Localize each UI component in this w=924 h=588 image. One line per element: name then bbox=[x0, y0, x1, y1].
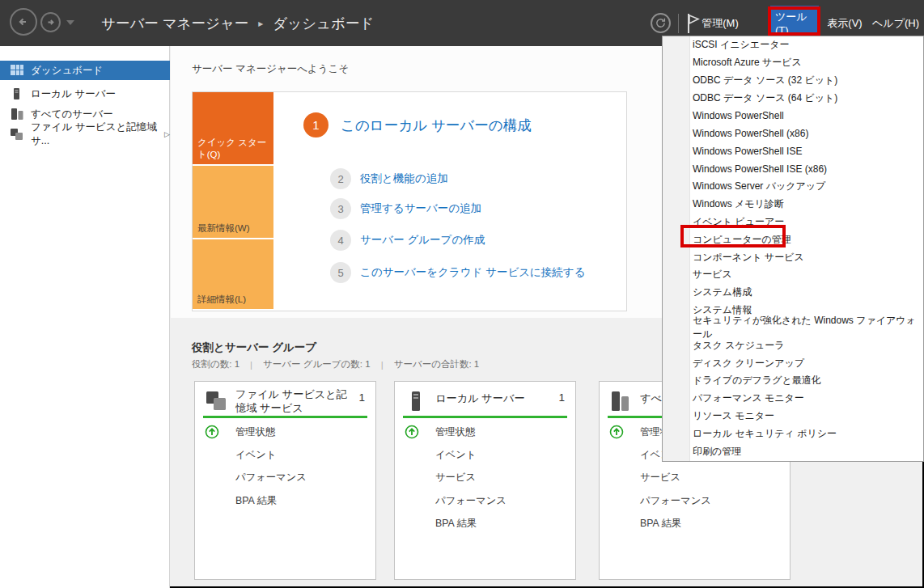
forward-button[interactable] bbox=[40, 12, 61, 32]
step-link-label: サーバー グループの作成 bbox=[360, 233, 485, 247]
menu-item-task-scheduler[interactable]: タスク スケジューラ bbox=[663, 336, 923, 354]
menu-item-system-configuration[interactable]: システム構成 bbox=[663, 284, 923, 302]
card-title[interactable]: ローカル サーバー bbox=[435, 391, 553, 405]
card-row-performance[interactable]: パフォーマンス bbox=[600, 489, 790, 512]
row-label: 管理状態 bbox=[235, 425, 275, 439]
menu-item-print-management[interactable]: 印刷の管理 bbox=[663, 442, 923, 460]
sidebar-item-file-storage-services[interactable]: ファイル サービスと記憶域サ... ▷ bbox=[0, 125, 170, 144]
menu-item-services[interactable]: サービス bbox=[663, 266, 923, 284]
card-row-services[interactable]: サービス bbox=[395, 466, 575, 489]
tab-label: 詳細情報(L) bbox=[197, 294, 246, 306]
menu-item-windows-firewall-advanced[interactable]: セキュリティが強化された Windows ファイアウォール bbox=[663, 319, 923, 337]
refresh-button[interactable] bbox=[651, 13, 671, 33]
step-link-label: このサーバーをクラウド サービスに接続する bbox=[360, 265, 586, 280]
step-number-badge: 1 bbox=[303, 112, 328, 137]
step-connect-cloud-services[interactable]: 5 このサーバーをクラウド サービスに接続する bbox=[330, 262, 586, 283]
server-manager-window: サーバー マネージャー ▸ ダッシュボード 管理(M) ツール(T) 表示(V)… bbox=[0, 0, 924, 588]
step-add-servers[interactable]: 3 管理するサーバーの追加 bbox=[330, 198, 481, 219]
menu-item-iscsi-initiator[interactable]: iSCSI イニシエーター bbox=[663, 36, 923, 54]
card-row-services[interactable]: サービス bbox=[600, 466, 790, 489]
menu-item-powershell[interactable]: Windows PowerShell bbox=[663, 107, 923, 125]
card-status-underline bbox=[203, 416, 367, 418]
tab-whats-new[interactable]: 最新情報(W) bbox=[193, 166, 273, 239]
stat-roles-count: 役割の数: 1 bbox=[192, 358, 239, 370]
step-create-server-group[interactable]: 4 サーバー グループの作成 bbox=[330, 230, 485, 251]
submenu-arrow-icon[interactable]: ▷ bbox=[164, 130, 170, 138]
menubar-view-label: 表示(V) bbox=[827, 16, 862, 31]
quick-start-panel: クイック スタート(Q) 最新情報(W) 詳細情報(L) 1 このローカル サー… bbox=[192, 91, 627, 311]
sidebar-item-label: ファイル サービスと記憶域サ... bbox=[31, 121, 162, 148]
sidebar-item-local-server[interactable]: ローカル サーバー bbox=[0, 84, 170, 104]
manageability-up-icon bbox=[405, 425, 419, 439]
step-link-label: 役割と機能の追加 bbox=[360, 171, 448, 186]
row-label: パフォーマンス bbox=[640, 494, 711, 508]
row-label: イベント bbox=[435, 448, 476, 462]
menu-item-resource-monitor[interactable]: リソース モニター bbox=[663, 408, 923, 425]
back-button[interactable] bbox=[10, 8, 37, 36]
sidebar-item-dashboard[interactable]: ダッシュボード bbox=[0, 61, 170, 80]
tab-label: クイック スタート(Q) bbox=[197, 137, 273, 161]
sidebar-item-label: すべてのサーバー bbox=[31, 108, 113, 121]
menu-item-disk-cleanup[interactable]: ディスク クリーンアップ bbox=[663, 354, 923, 372]
card-row-bpa-results[interactable]: BPA 結果 bbox=[195, 489, 375, 512]
menu-item-event-viewer[interactable]: イベント ビューアー bbox=[663, 213, 923, 231]
card-row-performance[interactable]: パフォーマンス bbox=[395, 489, 575, 512]
card-row-events[interactable]: イベント bbox=[395, 443, 575, 466]
menu-item-powershell-ise[interactable]: Windows PowerShell ISE bbox=[663, 142, 923, 160]
breadcrumb: サーバー マネージャー ▸ ダッシュボード bbox=[101, 0, 374, 46]
menu-item-performance-monitor[interactable]: パフォーマンス モニター bbox=[663, 390, 923, 408]
menu-item-microsoft-azure-services[interactable]: Microsoft Azure サービス bbox=[663, 54, 923, 72]
local-server-icon bbox=[11, 88, 23, 99]
menu-item-memory-diagnostics[interactable]: Windows メモリ診断 bbox=[663, 196, 923, 214]
card-row-bpa-results[interactable]: BPA 結果 bbox=[395, 512, 575, 535]
navigation-sidebar: ダッシュボード ローカル サーバー すべてのサーバー ファイル サービスと記憶域… bbox=[0, 46, 170, 588]
all-servers-icon bbox=[11, 108, 23, 120]
card-row-manageability[interactable]: 管理状態 bbox=[395, 421, 575, 443]
back-arrow-icon bbox=[15, 14, 32, 30]
row-label: BPA 結果 bbox=[640, 517, 681, 531]
tab-label: 最新情報(W) bbox=[197, 222, 250, 235]
menu-item-defragment-optimize-drives[interactable]: ドライブのデフラグと最適化 bbox=[663, 372, 923, 390]
menu-item-windows-server-backup[interactable]: Windows Server バックアップ bbox=[663, 178, 923, 196]
welcome-heading: サーバー マネージャーへようこそ bbox=[192, 62, 349, 76]
step-link-label: このローカル サーバーの構成 bbox=[341, 116, 532, 135]
step-number-badge: 5 bbox=[330, 262, 351, 283]
tab-quick-start[interactable]: クイック スタート(Q) bbox=[193, 92, 273, 166]
card-row-bpa-results[interactable]: BPA 結果 bbox=[600, 512, 790, 535]
row-label: サービス bbox=[640, 471, 680, 484]
card-count: 1 bbox=[558, 391, 565, 404]
row-label: パフォーマンス bbox=[235, 471, 307, 484]
row-label: パフォーマンス bbox=[435, 494, 507, 508]
file-storage-icon bbox=[11, 129, 23, 140]
menu-item-component-services[interactable]: コンポーネント サービス bbox=[663, 248, 923, 266]
quick-start-tabs: クイック スタート(Q) 最新情報(W) 詳細情報(L) bbox=[193, 92, 273, 311]
menu-item-odbc-64[interactable]: ODBC データ ソース (64 ビット) bbox=[663, 90, 923, 108]
manageability-up-icon bbox=[205, 425, 219, 439]
menu-item-powershell-ise-x86[interactable]: Windows PowerShell ISE (x86) bbox=[663, 160, 923, 178]
row-label: 管理状態 bbox=[435, 425, 475, 439]
forward-history-caret-icon[interactable] bbox=[66, 20, 74, 25]
card-row-performance[interactable]: パフォーマンス bbox=[195, 466, 375, 489]
forward-arrow-icon bbox=[45, 16, 57, 28]
card-row-events[interactable]: イベント bbox=[195, 443, 375, 466]
card-status-underline bbox=[403, 416, 567, 418]
row-label: BPA 結果 bbox=[435, 517, 477, 531]
stat-server-groups-count: サーバー グループの数: 1 bbox=[263, 358, 371, 370]
card-local-server: ローカル サーバー 1 管理状態 イベント サービス パフォーマンス BPA 結… bbox=[394, 381, 576, 580]
menu-item-odbc-32[interactable]: ODBC データ ソース (32 ビット) bbox=[663, 72, 923, 90]
sidebar-item-label: ダッシュボード bbox=[31, 64, 103, 78]
tray-divider bbox=[678, 14, 679, 33]
tab-learn-more[interactable]: 詳細情報(L) bbox=[193, 239, 273, 309]
card-file-storage-services: ファイル サービスと記憶域 サービス 1 管理状態 イベント パフォーマンス B… bbox=[194, 381, 376, 580]
card-row-manageability[interactable]: 管理状態 bbox=[195, 421, 375, 443]
step-add-roles-features[interactable]: 2 役割と機能の追加 bbox=[330, 168, 448, 189]
row-label: BPA 結果 bbox=[235, 494, 277, 508]
menu-item-powershell-x86[interactable]: Windows PowerShell (x86) bbox=[663, 125, 923, 142]
card-title[interactable]: ファイル サービスと記憶域 サービス bbox=[235, 387, 353, 415]
manageability-up-icon bbox=[609, 425, 624, 439]
menubar-manage-label: 管理(M) bbox=[701, 16, 739, 31]
step-configure-local-server[interactable]: 1 このローカル サーバーの構成 bbox=[303, 112, 532, 137]
dashboard-icon bbox=[11, 65, 23, 76]
menu-item-local-security-policy[interactable]: ローカル セキュリティ ポリシー bbox=[663, 425, 923, 443]
menu-item-computer-management[interactable]: コンピューターの管理 bbox=[663, 231, 923, 248]
